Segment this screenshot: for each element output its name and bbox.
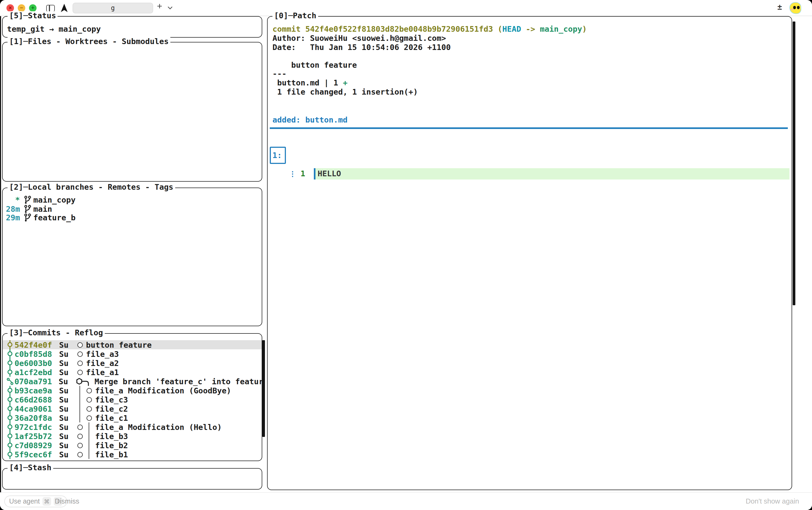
- commit-hash: c66d2688: [14, 395, 54, 404]
- files-panel[interactable]: [1]─Files - Worktrees - Submodules: [2, 42, 262, 182]
- commit-author: Su: [59, 404, 73, 413]
- commit-hash: c0bf85d8: [14, 349, 54, 358]
- zoom-icon[interactable]: +: [29, 4, 36, 12]
- minimize-icon[interactable]: −: [18, 4, 25, 12]
- commit-type-icon: [5, 368, 14, 377]
- diff-old-lineno-marker: ⋮: [289, 169, 296, 179]
- commit-graph: [75, 368, 84, 377]
- commit-type-icon: [5, 413, 14, 422]
- commit-row[interactable]: 36a20f8a Su file_c1: [3, 413, 262, 422]
- commit-type-icon: [5, 349, 14, 359]
- branches-panel-title: [2]─Local branches - Remotes - Tags: [7, 183, 175, 191]
- graph-branch-line: [88, 422, 89, 431]
- chevron-down-icon[interactable]: [168, 6, 173, 10]
- commit-row[interactable]: 972c1fdc Su file_a Modification (Hello): [3, 422, 262, 431]
- new-tab-button[interactable]: +: [157, 1, 162, 12]
- commit-row[interactable]: a1cf2ebd Su file_a1: [3, 368, 262, 377]
- commit-type-icon: [5, 395, 14, 404]
- commit-row[interactable]: 542f4e0f Su button feature: [3, 340, 262, 349]
- diff-added-line[interactable]: ⋮ 1 HELLO: [268, 169, 791, 179]
- commit-row[interactable]: c7d08929 Su file_b2: [3, 441, 262, 450]
- graph-branch-line: [88, 450, 89, 459]
- commit-author: Su: [59, 441, 73, 450]
- commit-row[interactable]: c0bf85d8 Su file_a3: [3, 349, 262, 359]
- patch-diffstat-line: button.md | 1 +: [272, 79, 786, 88]
- commit-graph: [75, 441, 93, 450]
- branch-icon: [24, 196, 31, 204]
- commit-graph: [75, 431, 93, 441]
- branch-name: feature_b: [33, 214, 76, 222]
- commit-author: Su: [59, 450, 73, 459]
- graph-branch-line: [79, 386, 80, 395]
- commit-message: file_a2: [86, 359, 119, 367]
- commit-graph: [75, 377, 93, 386]
- dont-show-again-button[interactable]: Don't show again: [746, 497, 799, 505]
- sidebar-toggle-icon[interactable]: [46, 5, 55, 12]
- branches-panel[interactable]: [2]─Local branches - Remotes - Tags * ma…: [2, 188, 262, 326]
- commit-hash: 070aa791: [14, 377, 54, 386]
- patch-date-line: Date: Thu Jan 15 10:54:06 2026 +1100: [272, 43, 786, 52]
- hunk-number-box[interactable]: 1:: [270, 147, 286, 164]
- terminal-window: × − + g + ± [5]─Status temp_git → main_c…: [0, 0, 812, 510]
- graph-cell: [75, 349, 84, 359]
- graph-commit-node: [77, 342, 83, 347]
- patch-panel[interactable]: [0]─Patch commit 542f4e0f522f81803d82be0…: [267, 16, 792, 490]
- commit-type-icon: [5, 450, 14, 459]
- stash-panel[interactable]: [4]─Stash: [2, 468, 262, 489]
- commit-hash: 44ca9061: [14, 404, 54, 413]
- avatar[interactable]: [789, 2, 801, 14]
- commit-message: button feature: [86, 340, 151, 349]
- terminal-tab[interactable]: g: [72, 3, 153, 13]
- commit-hash: 5f9cec6f: [14, 450, 54, 459]
- files-panel-title: [1]─Files - Worktrees - Submodules: [7, 37, 170, 46]
- commit-row[interactable]: 1af25b72 Su file_b3: [3, 431, 262, 441]
- graph-cell: [84, 413, 93, 422]
- patch-divider: ---: [272, 69, 786, 79]
- graph-branch-line: [79, 395, 80, 404]
- commit-graph: [75, 340, 84, 349]
- dismiss-button[interactable]: Dismiss: [55, 497, 79, 505]
- graph-cell: [84, 404, 93, 413]
- branch-name: main_copy: [33, 196, 76, 204]
- commits-scrollbar[interactable]: [262, 340, 265, 437]
- titlebar: × − + g + ±: [0, 0, 812, 16]
- patch-commit-line: commit 542f4e0f522f81803d82be0048b9b7290…: [272, 25, 786, 34]
- graph-cell: [84, 431, 93, 441]
- commit-graph: [75, 422, 93, 431]
- commit-row[interactable]: c66d2688 Su file_c3: [3, 395, 262, 404]
- commits-panel[interactable]: [3]─Commits - Reflog 542f4e0f Su button …: [2, 333, 262, 461]
- branch-recency: 29m: [6, 214, 20, 222]
- branch-row[interactable]: 29m feature_b: [3, 214, 262, 222]
- font-size-toggle-button[interactable]: ±: [778, 2, 782, 11]
- commit-row[interactable]: 5f9cec6f Su file_b1: [3, 450, 262, 459]
- commit-type-icon: [5, 359, 14, 368]
- commit-type-icon: [5, 441, 14, 450]
- patch-panel-title: [0]─Patch: [272, 11, 318, 20]
- branch-row[interactable]: * main_copy: [3, 196, 262, 204]
- graph-branch-line: [79, 404, 80, 413]
- patch-scrollbar[interactable]: [792, 22, 795, 305]
- commit-message: file_c2: [95, 404, 128, 413]
- branch-row[interactable]: 28m main: [3, 204, 262, 214]
- commit-row[interactable]: 0e6003b0 Su file_a2: [3, 359, 262, 368]
- graph-cell: [75, 431, 84, 441]
- patch-author-line: Author: SuoweiHu <suowei.h@gmail.com>: [272, 34, 786, 43]
- commit-row[interactable]: 44ca9061 Su file_c2: [3, 404, 262, 413]
- commit-graph: [75, 359, 84, 368]
- lazygit-content: [5]─Status temp_git → main_copy [1]─File…: [0, 16, 812, 492]
- commit-author: Su: [59, 349, 73, 358]
- graph-commit-node: [86, 397, 92, 402]
- commits-panel-title: [3]─Commits - Reflog: [7, 328, 105, 337]
- patch-added-file-line: added: button.md: [272, 116, 786, 125]
- diffstat-plus: +: [343, 79, 347, 87]
- commit-row[interactable]: b93cae9a Su file_a Modification (GoodBye…: [3, 386, 262, 395]
- commit-hash: 1af25b72: [14, 432, 54, 441]
- commit-author: Su: [59, 432, 73, 441]
- commit-message: file_c1: [95, 414, 128, 422]
- commit-hash: a1cf2ebd: [14, 368, 54, 376]
- close-icon[interactable]: ×: [6, 4, 14, 12]
- graph-commit-node: [77, 360, 83, 366]
- status-panel[interactable]: [5]─Status temp_git → main_copy: [2, 16, 262, 38]
- app-window-scale: × − + g + ± [5]─Status temp_git → main_c…: [0, 0, 812, 510]
- commit-row[interactable]: 070aa791 Su Merge branch 'feature_c' int…: [3, 377, 262, 386]
